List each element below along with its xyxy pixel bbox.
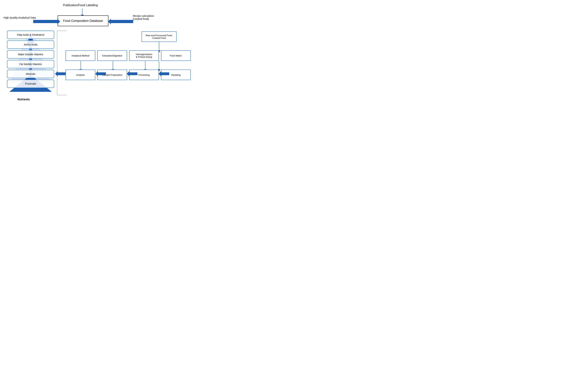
am-down-arrow [81,61,81,70]
publication-arrow [82,8,83,15]
analysis-left-arrow [57,72,66,75]
hqad-label: High Quality Analytical Data [3,16,36,19]
publication-label: Publication/Food Labelling [63,3,98,7]
proximate-box: Proximate [7,80,54,88]
food-matrix-box: Food Matrix [161,50,191,61]
nutrients-label: Nutrients [18,98,30,101]
minerals-box: Minerals [7,70,54,78]
fcd-box: Food Composition Database [58,15,108,26]
ed-down-arrow [113,61,113,70]
extraction-digestion-box: Extraction/Digestion [97,50,127,61]
hom-down-arrow [145,61,146,70]
fm-down-arrow [159,61,159,70]
bracket-connector [57,31,67,95]
homogenization-box: Homogenization & Freeze-drying [129,50,159,61]
raw-food-box: Raw and Processed Food; Cooked Food [142,31,177,42]
raw-food-down-arrow [159,42,159,51]
diagram: Publication/Food Labelling Food Composit… [3,3,189,122]
sampleprep-analysis-arrow [97,72,106,75]
processing-sampleprep-arrow [129,72,137,75]
recipe-arrow [110,20,133,23]
row2-boxes: Analytical Method Extraction/Digestion H… [65,50,191,61]
fatty-acids-box: Fatty Acids & Cholesterol [7,31,54,39]
sampling-processing-arrow [161,72,169,75]
amino-acids-box: Amino Acids [7,40,54,49]
hqad-arrow [33,20,58,23]
nutrient-boxes: Fatty Acids & Cholesterol Amino Acids Wa… [5,31,56,89]
water-vitamins-box: Water Soluble Vitamins [7,50,54,59]
fat-vitamins-box: Fat Soluble Vitamins [7,60,54,68]
analytical-method-box: Analytical Method [65,50,95,61]
recipe-label: Recipe calculation (cooked food) [133,14,154,20]
analysis-box: Analysis [65,70,95,80]
